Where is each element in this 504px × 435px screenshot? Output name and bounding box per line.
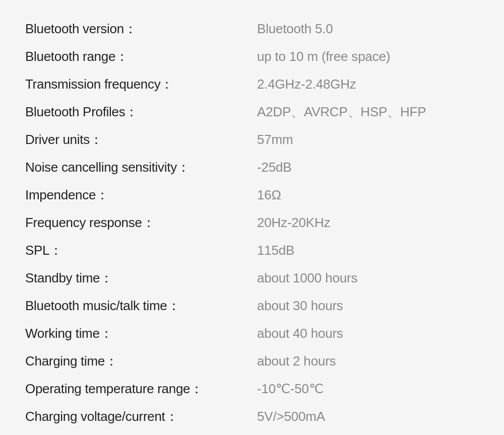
spec-value: -10℃-50℃ [257, 381, 479, 397]
spec-label: Driver units： [25, 131, 257, 149]
spec-value: 20Hz-20KHz [257, 215, 479, 231]
spec-label: SPL： [25, 242, 257, 259]
table-row: Working time：about 40 hours [25, 320, 479, 347]
spec-label: Bluetooth Profiles： [25, 103, 257, 121]
spec-value: -25dB [257, 160, 479, 175]
table-row: Charging voltage/current：5V/>500mA [25, 403, 479, 430]
spec-value: Bluetooth 5.0 [257, 21, 479, 37]
table-row: Noise cancelling sensitivity：-25dB [25, 154, 479, 181]
spec-value: 115dB [257, 243, 479, 258]
table-row: Operating temperature range：-10℃-50℃ [25, 375, 479, 403]
spec-value: 5V/>500mA [257, 409, 479, 424]
table-row: Impendence：16Ω [25, 181, 479, 209]
table-row: Charging time：about 2 hours [25, 347, 479, 375]
spec-label: Transmission frequency： [25, 76, 257, 93]
table-row: Transmission frequency：2.4GHz-2.48GHz [25, 70, 479, 98]
spec-label: Operating temperature range： [25, 380, 257, 398]
spec-label: Impendence： [25, 186, 257, 204]
specs-table: Bluetooth version：Bluetooth 5.0Bluetooth… [25, 15, 479, 435]
table-row: Power Consumption：50mW+50mW [25, 430, 479, 435]
spec-label: Bluetooth version： [25, 20, 257, 38]
spec-value: about 40 hours [257, 326, 479, 341]
spec-value: 57mm [257, 132, 479, 148]
table-row: Bluetooth version：Bluetooth 5.0 [25, 15, 479, 43]
spec-value: about 30 hours [257, 298, 479, 314]
table-row: Standby time：about 1000 hours [25, 264, 479, 292]
spec-label: Bluetooth music/talk time： [25, 297, 257, 315]
spec-value: about 2 hours [257, 353, 479, 369]
spec-label: Working time： [25, 325, 257, 342]
spec-label: Bluetooth range： [25, 48, 257, 65]
table-row: Bluetooth Profiles：A2DP、AVRCP、HSP、HFP [25, 98, 479, 126]
spec-label: Standby time： [25, 269, 257, 287]
table-row: Frequency response：20Hz-20KHz [25, 209, 479, 237]
table-row: Driver units：57mm [25, 126, 479, 154]
table-row: SPL：115dB [25, 237, 479, 264]
table-row: Bluetooth range：up to 10 m (free space) [25, 43, 479, 70]
spec-label: Frequency response： [25, 214, 257, 232]
spec-value: 2.4GHz-2.48GHz [257, 77, 479, 92]
spec-label: Charging voltage/current： [25, 408, 257, 425]
spec-value: up to 10 m (free space) [257, 49, 479, 64]
spec-label: Charging time： [25, 352, 257, 370]
spec-value: A2DP、AVRCP、HSP、HFP [257, 103, 479, 121]
spec-value: 16Ω [257, 187, 479, 203]
table-row: Bluetooth music/talk time：about 30 hours [25, 292, 479, 320]
spec-value: about 1000 hours [257, 270, 479, 286]
spec-label: Noise cancelling sensitivity： [25, 159, 257, 176]
